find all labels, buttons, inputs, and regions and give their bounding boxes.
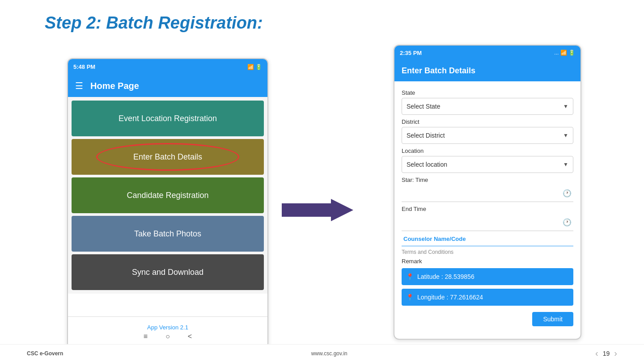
- menu-btn-candidate-registration[interactable]: Candidate Registration: [72, 177, 264, 213]
- location-select-value: Select location: [407, 161, 447, 168]
- longitude-pin-icon: 📍: [406, 294, 414, 301]
- start-time-label: Star: Time: [402, 177, 573, 183]
- phone-right-header: Enter Batch Details: [394, 60, 580, 81]
- district-select[interactable]: Select District ▼: [402, 127, 573, 144]
- submit-button[interactable]: Submit: [532, 312, 573, 326]
- status-icons-right: ... 📶 🔋: [554, 50, 575, 56]
- phone-left-footer: App Version 2.1 ≡ ○ <: [68, 316, 267, 348]
- location-select[interactable]: Select location ▼: [402, 156, 573, 173]
- nav-menu-icon[interactable]: ≡: [144, 333, 148, 341]
- app-version: App Version 2.1: [147, 324, 188, 331]
- prev-page-arrow[interactable]: ‹: [595, 348, 598, 358]
- menu-btn-enter-batch-label: Enter Batch Details: [133, 152, 202, 162]
- menu-btn-candidate-label: Candidate Registration: [127, 191, 208, 200]
- bottom-bar-right: ‹ 19 ›: [595, 348, 617, 358]
- phone-right-mockup: 2:35 PM ... 📶 🔋 Enter Batch Details Stat…: [394, 45, 581, 340]
- phone-left-header: ☰ Home Page: [68, 75, 267, 97]
- status-time-left: 5:48 PM: [73, 63, 95, 70]
- end-time-label: End Time: [402, 206, 573, 212]
- status-time-right: 2:35 PM: [400, 50, 422, 56]
- end-time-input[interactable]: 🕐: [402, 214, 573, 231]
- phone-left-mockup: 5:48 PM 📶 🔋 ☰ Home Page Event Location R…: [67, 58, 268, 349]
- next-page-arrow[interactable]: ›: [614, 348, 617, 358]
- district-label: District: [402, 118, 573, 125]
- phone-left-status-bar: 5:48 PM 📶 🔋: [68, 59, 267, 75]
- state-select-value: Select State: [407, 103, 441, 110]
- location-dropdown-arrow: ▼: [563, 161, 568, 168]
- phone-left-body: Event Location Registration Enter Batch …: [68, 97, 267, 294]
- counselor-label: Counselor Name/Code: [403, 236, 466, 242]
- start-time-clock-icon: 🕐: [563, 189, 572, 198]
- start-time-input[interactable]: 🕐: [402, 185, 573, 202]
- submit-row: Submit: [402, 312, 573, 326]
- menu-btn-event-location[interactable]: Event Location Registration: [72, 101, 264, 136]
- menu-btn-event-location-label: Event Location Registration: [119, 114, 217, 123]
- latitude-btn[interactable]: 📍 Latitude : 28.539856: [402, 268, 573, 285]
- counselor-row: Counselor Name/Code: [402, 232, 573, 246]
- svg-marker-0: [282, 199, 353, 221]
- terms-label: Terms and Conditions: [402, 249, 573, 255]
- menu-btn-sync-label: Sync and Download: [132, 268, 203, 277]
- bottom-bar: CSC e-Govern www.csc.gov.in ‹ 19 ›: [0, 344, 644, 362]
- arrow-container: [282, 197, 353, 223]
- remark-label: Remark: [402, 258, 573, 265]
- bottom-bar-left: CSC e-Govern: [27, 350, 63, 357]
- hamburger-icon[interactable]: ☰: [75, 80, 83, 91]
- district-dropdown-arrow: ▼: [563, 132, 568, 139]
- nav-home-icon[interactable]: ○: [165, 333, 170, 341]
- state-dropdown-arrow: ▼: [563, 103, 568, 109]
- district-select-value: Select District: [407, 132, 445, 139]
- longitude-btn[interactable]: 📍 Longitude : 77.2616624: [402, 289, 573, 306]
- phone-right-body: State Select State ▼ District Select Dis…: [394, 81, 580, 332]
- status-icons-left: 📶 🔋: [247, 64, 262, 70]
- page-number: 19: [603, 350, 610, 357]
- phone-left-header-title: Home Page: [90, 81, 139, 91]
- menu-btn-enter-batch[interactable]: Enter Batch Details: [72, 139, 264, 175]
- menu-btn-sync-download[interactable]: Sync and Download: [72, 254, 264, 290]
- direction-arrow: [282, 197, 353, 223]
- location-label: Location: [402, 147, 573, 154]
- latitude-value: Latitude : 28.539856: [417, 273, 475, 280]
- phone-right-status-bar: 2:35 PM ... 📶 🔋: [394, 46, 580, 60]
- end-time-clock-icon: 🕐: [563, 218, 572, 227]
- longitude-value: Longitude : 77.2616624: [417, 294, 483, 301]
- nav-back-icon[interactable]: <: [188, 333, 192, 341]
- menu-btn-take-batch-photos[interactable]: Take Batch Photos: [72, 216, 264, 252]
- phone-right-header-title: Enter Batch Details: [402, 66, 475, 76]
- latitude-pin-icon: 📍: [406, 273, 414, 280]
- nav-icons: ≡ ○ <: [144, 333, 192, 341]
- menu-btn-batch-photos-label: Take Batch Photos: [134, 229, 201, 239]
- page-title: Step 2: Batch Registration:: [45, 13, 263, 33]
- bottom-bar-center: www.csc.gov.in: [311, 350, 347, 357]
- state-select[interactable]: Select State ▼: [402, 98, 573, 115]
- state-label: State: [402, 89, 573, 96]
